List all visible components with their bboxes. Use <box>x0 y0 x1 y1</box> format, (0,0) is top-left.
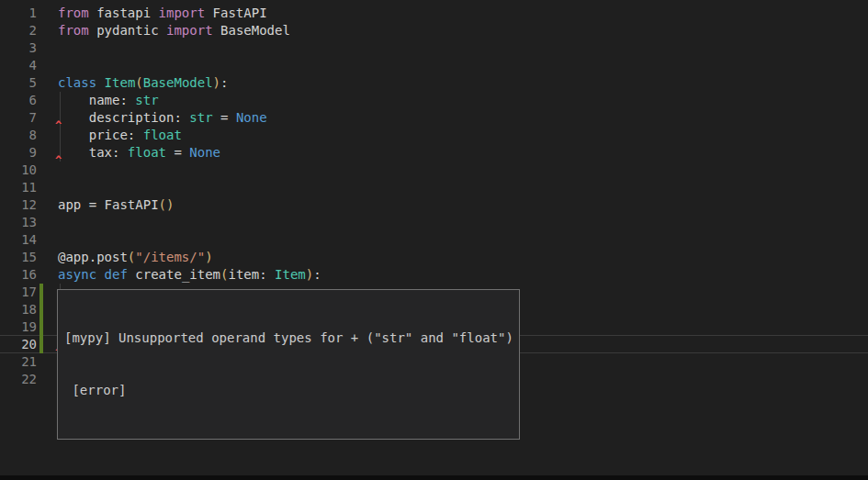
line-number[interactable]: 10 <box>0 162 37 179</box>
line-number[interactable]: 5 <box>0 74 37 92</box>
code-text: class Item(BaseModel): <box>37 74 228 92</box>
line-number[interactable]: 8 <box>0 127 37 144</box>
line-number[interactable]: 19 <box>0 318 37 336</box>
diagnostic-message: [mypy] Unsupported operand types for + (… <box>64 329 519 347</box>
code-text <box>37 179 58 196</box>
code-text <box>37 214 58 231</box>
line-number[interactable]: 4 <box>0 57 37 74</box>
code-line[interactable]: 12app = FastAPI() <box>0 196 868 214</box>
code-line[interactable]: 3 <box>0 39 868 57</box>
code-text: app = FastAPI() <box>37 196 174 214</box>
code-line[interactable]: 10 <box>0 162 868 179</box>
bottom-strip <box>0 475 868 480</box>
code-line[interactable]: 14 <box>0 231 868 249</box>
code-text <box>37 39 58 57</box>
code-line[interactable]: 13 <box>0 214 868 231</box>
line-number[interactable]: 6 <box>0 92 37 109</box>
code-text: from fastapi import FastAPI <box>37 5 267 22</box>
code-line[interactable]: 5class Item(BaseModel): <box>0 74 868 92</box>
error-squiggle: ^ <box>55 155 62 166</box>
code-line[interactable]: 1from fastapi import FastAPI <box>0 5 868 22</box>
line-number[interactable]: 22 <box>0 371 37 388</box>
code-text: tax: float = None <box>37 144 220 162</box>
line-number[interactable]: 14 <box>0 231 37 249</box>
gutter-change-bar <box>39 284 43 353</box>
code-text: from pydantic import BaseModel <box>37 22 290 39</box>
code-line[interactable]: 16async def create_item(item: Item): <box>0 266 868 284</box>
code-line[interactable]: 9 tax: float = None <box>0 144 868 162</box>
code-text <box>37 231 58 249</box>
line-number[interactable]: 12 <box>0 196 37 214</box>
diagnostic-tooltip: [mypy] Unsupported operand types for + (… <box>57 289 520 440</box>
line-number[interactable]: 9 <box>0 144 37 162</box>
code-editor: 1from fastapi import FastAPI2from pydant… <box>0 0 868 480</box>
code-line[interactable]: 2from pydantic import BaseModel <box>0 22 868 39</box>
line-number[interactable]: 3 <box>0 39 37 57</box>
line-number[interactable]: 18 <box>0 301 37 318</box>
code-text <box>37 57 58 74</box>
line-number[interactable]: 11 <box>0 179 37 196</box>
line-number[interactable]: 1 <box>0 5 37 22</box>
code-text: async def create_item(item: Item): <box>37 266 321 284</box>
code-line[interactable]: 7 description: str = None <box>0 109 868 127</box>
code-text: description: str = None <box>37 109 267 127</box>
line-number[interactable]: 13 <box>0 214 37 231</box>
line-number[interactable]: 7 <box>0 109 37 127</box>
code-text: name: str <box>37 92 159 109</box>
line-number[interactable]: 17 <box>0 284 37 301</box>
diagnostic-severity: [error] <box>64 382 519 399</box>
code-line[interactable]: 4 <box>0 57 868 74</box>
line-number[interactable]: 2 <box>0 22 37 39</box>
line-number[interactable]: 15 <box>0 249 37 266</box>
code-text: @app.post("/items/") <box>37 249 213 266</box>
code-line[interactable]: 6 name: str <box>0 92 868 109</box>
code-line[interactable]: 11 <box>0 179 868 196</box>
code-line[interactable]: 8 price: float <box>0 127 868 144</box>
code-text <box>37 371 58 388</box>
code-line[interactable]: 15@app.post("/items/") <box>0 249 868 266</box>
line-number[interactable]: 21 <box>0 353 37 371</box>
error-squiggle: ^ <box>55 120 62 131</box>
line-number[interactable]: 16 <box>0 266 37 284</box>
